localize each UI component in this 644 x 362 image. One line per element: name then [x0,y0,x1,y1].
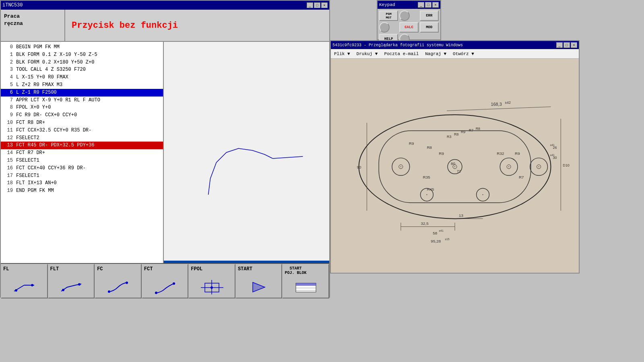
code-line-12[interactable]: 12FSELECT2 [1,134,163,142]
svg-text:±41: ±41 [550,154,555,156]
line-content: END PGM FK MM [16,188,54,193]
code-line-0[interactable]: 0BEGIN PGM FK MM [1,43,163,51]
content-area: 0BEGIN PGM FK MM1BLK FORM 0.1 Z X-10 Y-5… [1,42,329,263]
photo-close[interactable]: × [571,42,577,48]
mod-button[interactable]: MOD [420,22,439,33]
line-number: 6 [4,89,13,96]
calc-button[interactable]: CALC [399,22,418,33]
line-content: FSELECT2 [16,135,39,141]
keypad-close[interactable]: × [432,2,439,8]
svg-text:±15: ±15 [445,238,450,241]
header-area: Praca ręczna Przycisk bez funkcji [1,10,329,42]
line-number: 0 [4,44,13,51]
svg-text:R7: R7 [469,128,473,132]
photo-window: 5431c9fc9233 - Przeglądarka fotografii s… [330,40,580,274]
fpol-button[interactable]: FPOL [188,264,235,298]
bottom-toolbar: FL FLT FC [1,263,329,298]
flt-button[interactable]: FLT [48,264,95,298]
code-line-3[interactable]: 3TOOL CALL 4 Z S3250 F720 [1,66,163,74]
line-number: 7 [4,97,13,104]
svg-text:R8: R8 [454,132,458,136]
praca-label: Praca ręczna [4,13,61,27]
menu-poczta[interactable]: Poczta e-mail [382,51,420,56]
svg-text:R7: R7 [519,175,524,179]
line-content: TOOL CALL 4 Z S3250 F720 [16,67,86,72]
start-poj-blok-button[interactable]: STARTPOJ. BLOK [282,264,329,298]
keypad-minimize[interactable]: _ [418,2,424,8]
pgm-mgt-button[interactable]: PGMMGT [379,10,398,21]
photo-title-bar: 5431c9fc9233 - Przeglądarka fotografii s… [331,41,579,49]
line-number: 3 [4,66,13,73]
menu-nagraj[interactable]: Nagraj ▼ [423,51,448,56]
err-button[interactable]: ERR [420,10,439,21]
menu-drukuj[interactable]: Drukuj ▼ [355,51,380,56]
code-line-8[interactable]: 8FPOL X+0 Y+0 [1,104,163,111]
code-line-2[interactable]: 2BLK FORM 0.2 X+180 Y+50 Z+0 [1,59,163,66]
line-content: BEGIN PGM FK MM [16,44,60,50]
line-content: L X-15 Y+0 R0 FMAX [16,74,68,80]
start-poj-label: STARTPOJ. BLOK [285,266,306,275]
code-line-9[interactable]: 9FC R9 DR- CCX+0 CCY+0 [1,111,163,119]
svg-marker-16 [253,282,265,292]
svg-text:R8: R8 [476,127,480,131]
line-number: 5 [4,82,13,88]
fpol-icon [200,279,224,295]
svg-point-28 [400,166,401,167]
line-content: L Z+2 R0 FMAX M3 [16,82,62,88]
line-number: 9 [4,112,13,119]
svg-point-31 [454,166,455,167]
code-line-7[interactable]: 7APPR LCT X-9 Y+0 R1 RL F AUTO [1,97,163,104]
fct-button[interactable]: FCT [142,264,189,298]
code-line-4[interactable]: 4L X-15 Y+0 R0 FMAX [1,74,163,81]
line-number: 4 [4,74,13,81]
code-line-17[interactable]: 17FSELECT1 [1,172,163,180]
line-number: 10 [4,119,13,126]
code-line-5[interactable]: 5L Z+2 R0 FMAX M3 [1,81,163,89]
close-button[interactable]: × [321,2,328,8]
maximize-button[interactable]: □ [314,2,320,8]
keypad-title-text: Keypad [379,2,395,7]
code-line-10[interactable]: 10FCT R8 DR+ [1,119,163,127]
svg-point-5 [31,284,33,286]
photo-menu: Plik ▼ Drukuj ▼ Poczta e-mail Nagraj ▼ O… [331,49,579,59]
svg-text:R9: R9 [461,130,465,134]
tech-drawing: 168,3 ±42 R9 R8 R9 R35 R45 R32 R9 R7 90 … [331,59,579,273]
keypad-maximize[interactable]: □ [425,2,431,8]
line-content: FSELECT1 [16,173,39,179]
code-line-15[interactable]: 15FSELECT1 [1,157,163,165]
line-number: 11 [4,127,13,134]
svg-text:72: 72 [457,169,461,173]
svg-text:R32: R32 [497,151,504,156]
fl-button[interactable]: FL [1,264,48,298]
svg-text:13: 13 [459,213,464,218]
code-line-13[interactable]: 13FCT R45 DR- PDX+32.5 PDY+36 [1,142,163,149]
photo-minimize[interactable]: _ [556,42,563,48]
empty-button-1 [399,10,410,21]
svg-text:95,28: 95,28 [431,239,441,243]
svg-point-10 [155,292,157,294]
fc-button[interactable]: FC [95,264,142,298]
menu-otworz[interactable]: Otwórz ▼ [451,51,476,56]
code-line-6[interactable]: 6L Z-1 R0 F2500 [1,89,163,97]
line-number: 19 [4,187,13,194]
svg-point-9 [126,282,128,284]
code-line-18[interactable]: 18FLT IX+13 AN+0 [1,179,163,187]
menu-plik[interactable]: Plik ▼ [332,51,352,56]
photo-maximize[interactable]: □ [564,42,570,48]
line-content: FCT R45 DR- PDX+32.5 PDY+36 [16,142,94,148]
code-line-1[interactable]: 1BLK FORM 0.1 Z X-10 Y-50 Z-5 [1,51,163,59]
code-line-19[interactable]: 19END PGM FK MM [1,187,163,195]
line-number: 2 [4,59,13,66]
code-line-11[interactable]: 11FCT CCX+32.5 CCY+0 R35 DR- [1,127,163,134]
minimize-button[interactable]: _ [307,2,313,8]
svg-text:58: 58 [433,231,438,235]
svg-point-34 [508,166,509,167]
code-line-14[interactable]: 14FCT R7 DR+ [1,149,163,157]
window-title: iTNC530 [2,2,23,8]
svg-rect-22 [296,283,316,286]
line-content: FPOL X+0 Y+0 [16,105,51,110]
keypad-window: Keypad _ □ × PGMMGT ERR CALC MOD HELP [377,0,441,40]
graphics-canvas [164,42,329,263]
start-button[interactable]: START [235,264,283,298]
code-line-16[interactable]: 16FCT CCX+40 CCY+36 R9 DR- [1,165,163,172]
